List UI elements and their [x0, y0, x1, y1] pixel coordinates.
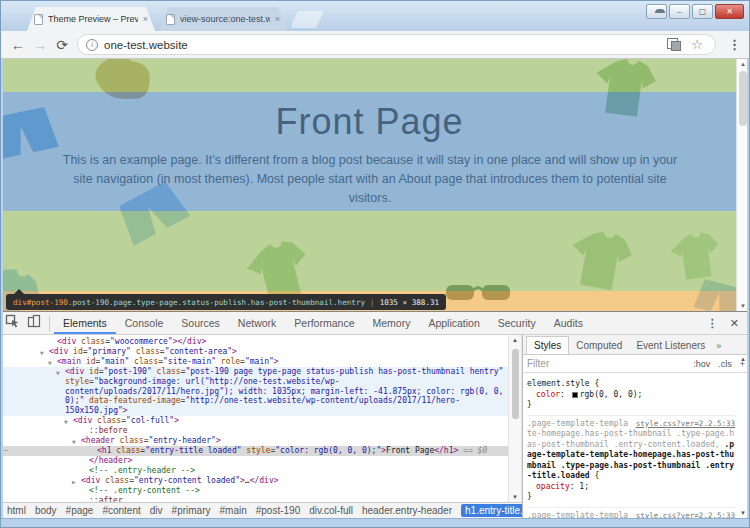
tooltip-tag: div: [13, 298, 27, 307]
breadcrumb-item[interactable]: div.col-full: [309, 505, 353, 516]
dom-tree-row[interactable]: ⋯<h1 class="entry-title loaded" style="c…: [1, 446, 508, 456]
dom-tree-row[interactable]: ::before: [1, 426, 508, 436]
breadcrumb-item[interactable]: #primary: [172, 505, 211, 516]
code-token: "entry-content loaded": [134, 476, 240, 485]
css-property[interactable]: color: rgb(0, 0, 0);: [527, 390, 735, 401]
styles-filter-row: Filter :hov .cls +: [523, 355, 749, 373]
code-token: class: [136, 347, 160, 356]
dom-tree-row[interactable]: ▼<div id="post-190" class="post-190 page…: [1, 367, 508, 417]
chrome-menu-icon[interactable]: ⋮: [728, 37, 741, 52]
tooltip-id: #post-190: [27, 298, 68, 307]
breadcrumb-item[interactable]: #post-190: [256, 505, 300, 516]
code-token: <div: [49, 347, 73, 356]
more-actions-icon[interactable]: ⋯: [3, 446, 8, 456]
dom-tree-row[interactable]: <!-- .entry-content -->: [1, 486, 508, 496]
dom-tree-row[interactable]: ▼<header class="entry-header">: [1, 436, 508, 446]
collapse-arrow-icon[interactable]: ▼: [56, 368, 60, 378]
code-token: <main: [57, 357, 86, 366]
new-tab-button[interactable]: [290, 11, 324, 28]
device-toolbar-icon[interactable]: [23, 314, 45, 332]
title-bar: Theme Preview – Previe × view-source:one…: [1, 1, 749, 31]
url-bar[interactable]: i one-test.website ☆: [77, 34, 716, 55]
breadcrumb-item[interactable]: header.entry-header: [362, 505, 452, 516]
dom-tree-row[interactable]: ▼<div id="primary" class="content-area">: [1, 347, 508, 357]
code-token: </header>: [89, 456, 132, 465]
breadcrumb-item[interactable]: #page: [66, 505, 94, 516]
breadcrumb-item[interactable]: #main: [219, 505, 246, 516]
dom-tree-row[interactable]: ▼<div class="col-full">: [1, 416, 508, 426]
css-property[interactable]: opacity: 1;: [527, 482, 735, 493]
css-rule[interactable]: style.css?ver=2.2.5:33.page-template-tem…: [527, 508, 735, 519]
translate-icon[interactable]: [667, 38, 681, 51]
inspect-element-icon[interactable]: [1, 314, 23, 332]
code-token: <header: [81, 436, 120, 445]
maximize-button[interactable]: ▢: [692, 4, 713, 19]
scroll-up-icon[interactable]: ▲: [509, 337, 521, 343]
url-text[interactable]: one-test.website: [104, 39, 661, 51]
profile-button[interactable]: [646, 4, 667, 19]
dom-tree-row[interactable]: ▶<div class="entry-content loaded">…</di…: [1, 476, 508, 486]
browser-window: Theme Preview – Previe × view-source:one…: [0, 0, 750, 528]
scroll-thumb[interactable]: [512, 349, 519, 419]
color-swatch[interactable]: [572, 392, 578, 398]
dom-tree-row[interactable]: </header>: [1, 456, 508, 466]
devtools-tab-memory[interactable]: Memory: [363, 313, 419, 334]
devtools-menu-icon[interactable]: ⋮: [707, 317, 718, 330]
toggle-hover-button[interactable]: :hov: [693, 359, 710, 369]
filter-input[interactable]: Filter: [527, 358, 685, 369]
forward-icon[interactable]: →: [29, 37, 51, 53]
code-token: "main": [245, 357, 274, 366]
back-icon[interactable]: ←: [7, 37, 29, 53]
scroll-down-icon[interactable]: ▼: [509, 494, 521, 500]
toggle-class-button[interactable]: .cls: [718, 359, 732, 369]
devtools-tab-audits[interactable]: Audits: [545, 313, 592, 334]
dom-tree-row[interactable]: ▼<main id="main" class="site-main" role=…: [1, 357, 508, 367]
css-rule[interactable]: style.css?ver=2.2.5:33.page-template-tem…: [527, 416, 735, 508]
browser-tab-active[interactable]: Theme Preview – Previe ×: [27, 7, 155, 31]
bookmark-star-icon[interactable]: ☆: [691, 37, 703, 52]
tab-close-icon[interactable]: ×: [275, 15, 280, 24]
css-rule[interactable]: element.style {color: rgb(0, 0, 0);}: [527, 376, 735, 416]
devtools-tab-performance[interactable]: Performance: [285, 313, 363, 334]
devtools-close-icon[interactable]: ✕: [730, 317, 739, 330]
stylesheet-link[interactable]: style.css?ver=2.2.5:33: [636, 419, 735, 430]
code-token: <!-- .entry-header -->: [89, 466, 195, 475]
devtools-tab-security[interactable]: Security: [489, 313, 545, 334]
reload-icon[interactable]: ⟳: [51, 37, 73, 53]
code-token: "main": [100, 357, 129, 366]
code-token: <!-- .entry-content -->: [89, 486, 200, 495]
breadcrumb-item[interactable]: div: [150, 505, 163, 516]
code-token: ::before: [89, 426, 128, 435]
minimize-button[interactable]: –: [669, 4, 690, 19]
devtools-tab-sources[interactable]: Sources: [172, 313, 229, 334]
devtools-tab-network[interactable]: Network: [229, 313, 286, 334]
dom-breadcrumbs: htmlbody#page#contentdiv#primary#main#po…: [1, 502, 522, 518]
css-property-name: opacity: [536, 482, 570, 491]
page-info-icon[interactable]: i: [86, 39, 98, 51]
sidebar-tab-computed[interactable]: Computed: [569, 337, 629, 354]
dom-tree-row[interactable]: <div class="woocommerce"></div>: [1, 337, 508, 347]
breadcrumb-item[interactable]: #content: [102, 505, 140, 516]
devtools-tab-application[interactable]: Application: [419, 313, 488, 334]
browser-tab-inactive[interactable]: view-source:one-test.we ×: [159, 7, 287, 31]
sidebar-tabs-overflow-icon[interactable]: »: [712, 338, 725, 354]
dom-tree-row[interactable]: <!-- .entry-header -->: [1, 466, 508, 476]
close-window-button[interactable]: ✕: [715, 4, 744, 19]
code-token: role: [221, 357, 240, 366]
elements-scrollbar[interactable]: ▲ ▼: [508, 335, 522, 502]
stylesheet-link[interactable]: style.css?ver=2.2.5:33: [636, 511, 735, 519]
code-token: Front Page: [386, 446, 434, 455]
breadcrumb-item[interactable]: h1.entry-title.loaded: [461, 504, 522, 517]
scroll-thumb[interactable]: [739, 71, 747, 126]
breadcrumb-item[interactable]: body: [35, 505, 57, 516]
devtools-tab-console[interactable]: Console: [116, 313, 173, 334]
devtools-tab-elements[interactable]: Elements: [54, 313, 116, 334]
code-token: style: [65, 377, 89, 386]
tab-close-icon[interactable]: ×: [143, 15, 148, 24]
sidebar-tab-event-listeners[interactable]: Event Listeners: [629, 337, 712, 354]
code-token: "content-area": [165, 347, 232, 356]
sidebar-tab-styles[interactable]: Styles: [526, 336, 569, 354]
breadcrumb-item[interactable]: html: [7, 505, 26, 516]
code-token: "post-190 page type-page status-publish …: [185, 367, 503, 376]
page-favicon-icon: [34, 14, 43, 25]
